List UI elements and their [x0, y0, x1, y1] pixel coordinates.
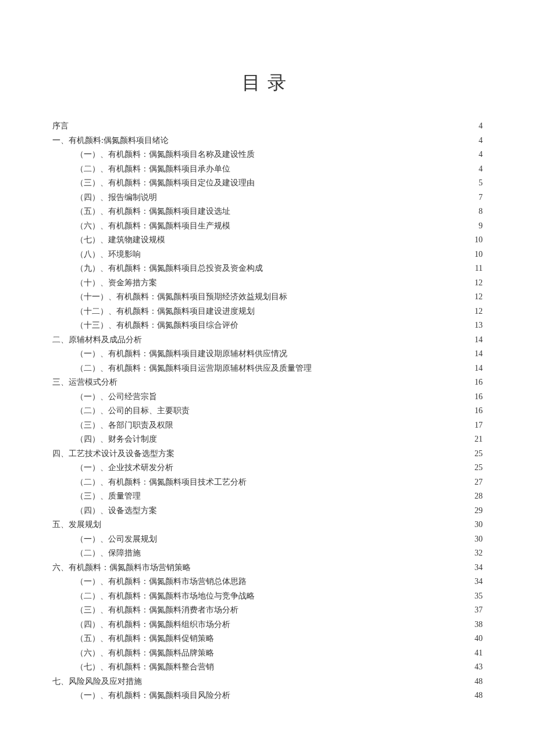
toc-leader-dots	[170, 135, 477, 143]
toc-entry: 一、有机颜料:偶氮颜料项目绪论4	[52, 134, 483, 148]
toc-entry-label: （一）、有机颜料：偶氮颜料项目建设期原辅材料供应情况	[76, 347, 287, 361]
toc-entry-label: （三）、有机颜料：偶氮颜料项目定位及建设理由	[76, 176, 255, 191]
toc-entry-page: 14	[475, 347, 483, 361]
toc-entry-page: 32	[475, 546, 483, 561]
toc-entry-label: 六、有机颜料：偶氮颜料市场营销策略	[52, 561, 191, 575]
toc-entry-label: 五、发展规划	[52, 518, 101, 532]
toc-entry: 六、有机颜料：偶氮颜料市场营销策略34	[52, 561, 483, 575]
toc-entry-label: （一）、企业技术研发分析	[76, 461, 173, 475]
toc-leader-dots	[158, 433, 473, 442]
toc-leader-dots	[256, 177, 477, 185]
toc-entry-label: （四）、有机颜料：偶氮颜料组织市场分析	[76, 618, 230, 632]
toc-entry-page: 8	[479, 205, 483, 219]
toc-entry-label: （二）、有机颜料：偶氮颜料项目技术工艺分析	[76, 475, 247, 490]
toc-entry: （四）、设备选型方案29	[52, 504, 483, 518]
toc-entry-page: 30	[475, 518, 483, 532]
toc-entry-page: 4	[479, 119, 483, 134]
toc-entry-page: 48	[475, 675, 483, 689]
toc-entry: （六）、有机颜料：偶氮颜料品牌策略41	[52, 646, 483, 661]
toc-entry: （三）、有机颜料：偶氮颜料消费者市场分析37	[52, 603, 483, 618]
toc-entry: （二）、保障措施32	[52, 546, 483, 561]
toc-entry: （七）、建筑物建设规模10	[52, 233, 483, 248]
toc-entry: （一）、公司发展规划30	[52, 532, 483, 547]
toc-entry: （二）、有机颜料：偶氮颜料项目承办单位4	[52, 162, 483, 177]
toc-leader-dots	[192, 562, 473, 570]
toc-entry-page: 7	[479, 191, 483, 205]
toc-entry-label: （九）、有机颜料：偶氮颜料项目总投资及资金构成	[76, 261, 263, 276]
toc-entry-label: （五）、有机颜料：偶氮颜料项目建设选址	[76, 205, 230, 219]
toc-entry-label: （六）、有机颜料：偶氮颜料品牌策略	[76, 646, 214, 661]
toc-entry-page: 14	[475, 361, 483, 376]
toc-leader-dots	[215, 661, 473, 669]
toc-entry-label: （七）、有机颜料：偶氮颜料整合营销	[76, 660, 214, 675]
toc-entry-page: 25	[475, 447, 483, 461]
toc-entry-page: 11	[475, 261, 483, 276]
toc-entry-label: （四）、财务会计制度	[76, 432, 157, 447]
toc-leader-dots	[142, 249, 473, 257]
toc-entry-page: 35	[475, 589, 483, 604]
toc-entry-page: 12	[475, 304, 483, 319]
toc-entry-page: 34	[475, 575, 483, 589]
toc-leader-dots	[240, 604, 473, 612]
toc-leader-dots	[166, 234, 473, 242]
toc-entry: （四）、有机颜料：偶氮颜料组织市场分析38	[52, 618, 483, 632]
toc-leader-dots	[256, 590, 473, 599]
toc-entry: （五）、有机颜料：偶氮颜料项目建设选址8	[52, 205, 483, 219]
toc-entry: （四）、报告编制说明7	[52, 191, 483, 205]
toc-entry-label: （十二）、有机颜料：偶氮颜料项目建设进度规划	[76, 304, 255, 319]
toc-entry: （二）、有机颜料：偶氮颜料市场地位与竞争战略35	[52, 589, 483, 604]
toc-entry-label: （二）、公司的目标、主要职责	[76, 404, 190, 418]
toc-entry: （三）、各部门职责及权限17	[52, 418, 483, 433]
toc-entry-label: 七、风险风险及应对措施	[52, 675, 142, 689]
toc-entry-page: 29	[475, 504, 483, 518]
toc-leader-dots	[158, 192, 477, 200]
toc-entry: （十二）、有机颜料：偶氮颜料项目建设进度规划12	[52, 304, 483, 319]
toc-entry-label: （六）、有机颜料：偶氮颜料项目生产规模	[76, 219, 230, 234]
toc-entry: （一）、有机颜料：偶氮颜料项目建设期原辅材料供应情况14	[52, 347, 483, 361]
toc-leader-dots	[158, 505, 473, 513]
toc-entry-page: 13	[475, 318, 483, 333]
toc-entry-page: 34	[475, 561, 483, 575]
toc-entry-label: 一、有机颜料:偶氮颜料项目绪论	[52, 134, 169, 148]
toc-entry-page: 14	[475, 333, 483, 347]
toc-leader-dots	[158, 277, 473, 285]
toc-leader-dots	[143, 676, 473, 684]
toc-leader-dots	[143, 334, 473, 342]
toc-leader-dots	[248, 576, 473, 584]
toc-leader-dots	[215, 633, 473, 641]
toc-entry: （一）、有机颜料：偶氮颜料市场营销总体思路34	[52, 575, 483, 589]
toc-leader-dots	[119, 377, 473, 385]
toc-entry: 四、工艺技术设计及设备选型方案25	[52, 447, 483, 461]
toc-entry-label: （三）、质量管理	[76, 489, 141, 504]
toc-leader-dots	[231, 220, 477, 228]
toc-leader-dots	[142, 490, 473, 499]
toc-entry-page: 16	[475, 404, 483, 418]
toc-leader-dots	[231, 206, 477, 214]
toc-leader-dots	[215, 647, 473, 655]
toc-entry: 七、风险风险及应对措施48	[52, 675, 483, 689]
toc-entry: （三）、有机颜料：偶氮颜料项目定位及建设理由5	[52, 176, 483, 191]
toc-entry-page: 27	[475, 475, 483, 490]
toc-entry: （十三）、有机颜料：偶氮颜料项目综合评价13	[52, 318, 483, 333]
toc-entry: （九）、有机颜料：偶氮颜料项目总投资及资金构成11	[52, 261, 483, 276]
toc-entry-label: 三、运营模式分析	[52, 375, 117, 390]
toc-entry: （七）、有机颜料：偶氮颜料整合营销43	[52, 660, 483, 675]
toc-entry-label: （二）、有机颜料：偶氮颜料项目运营期原辅材料供应及质量管理	[76, 361, 312, 376]
toc-entry: （六）、有机颜料：偶氮颜料项目生产规模9	[52, 219, 483, 234]
toc-leader-dots	[256, 306, 473, 314]
toc-entry-page: 41	[475, 646, 483, 661]
toc-entry-page: 40	[475, 632, 483, 646]
toc-entry-page: 37	[475, 603, 483, 618]
toc-entry: 序言4	[52, 119, 483, 134]
toc-leader-dots	[174, 420, 473, 428]
toc-leader-dots	[313, 363, 473, 371]
toc-entry-label: （四）、报告编制说明	[76, 191, 157, 205]
toc-entry: （一）、有机颜料：偶氮颜料项目名称及建设性质4	[52, 148, 483, 162]
toc-entry-page: 5	[479, 176, 483, 191]
toc-entry-label: （七）、建筑物建设规模	[76, 233, 165, 248]
toc-entry-page: 4	[479, 134, 483, 148]
toc-entry-page: 21	[475, 432, 483, 447]
toc-leader-dots	[191, 405, 473, 413]
toc-entry-page: 28	[475, 489, 483, 504]
toc-entry-page: 4	[479, 148, 483, 162]
